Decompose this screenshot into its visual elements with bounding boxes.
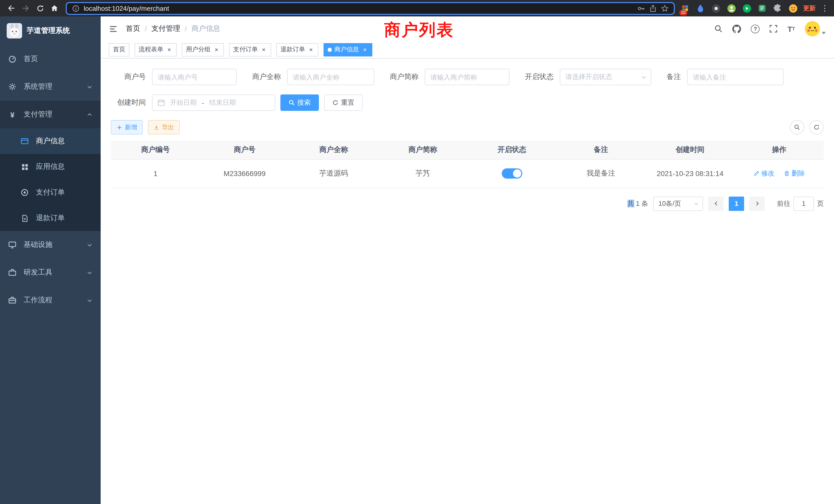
close-icon[interactable]: × [260,46,267,53]
chrome-menu-icon[interactable]: ⋮ [820,4,830,13]
cell-short-name: 芋艿 [378,159,467,188]
refresh-table-button[interactable] [809,120,824,135]
extension-face-icon[interactable] [787,2,799,14]
close-icon[interactable]: × [213,46,220,53]
reload-icon[interactable] [33,1,47,16]
prev-page-button[interactable] [708,196,724,211]
chevron-down-icon [87,242,92,248]
column-header: 商户编号 [111,141,200,159]
monitor-icon [8,241,17,249]
password-key-icon[interactable] [637,4,645,12]
create-time-label: 创建时间 [111,98,146,107]
sidebar-item-home[interactable]: 首页 [0,45,101,73]
sidebar-item-refund-order[interactable]: 退款订单 [0,205,101,231]
table-row: 1 M233666999 芋道源码 芋艿 我是备注 2021-10-23 08:… [111,159,824,188]
tab-refund-order[interactable]: 退款订单 × [276,43,319,56]
sidebar-item-workflow[interactable]: 工作流程 [0,287,101,314]
sidebar-item-payment[interactable]: ¥ 支付管理 [0,100,101,128]
search-button[interactable]: 搜索 [280,94,319,111]
forward-icon[interactable] [19,1,33,16]
goto-prefix: 前往 [777,199,790,208]
extension-notes-icon[interactable] [756,2,768,14]
site-info-icon[interactable] [72,4,80,12]
merchant-no-input[interactable] [152,69,237,85]
close-icon[interactable]: × [361,46,368,53]
create-time-range-picker[interactable]: 开始日期 - 结束日期 [152,94,275,111]
payment-submenu: 商户信息 应用信息 支付订单 [0,128,101,231]
avatar[interactable] [805,21,820,37]
fullscreen-icon[interactable] [770,25,778,33]
page-content: 商户号 商户全称 商户简称 开启状态 请选择开启状态 [101,59,834,504]
sidebar-item-infrastructure[interactable]: 基础设施 [0,231,101,259]
logo-image [7,23,22,39]
header-search-icon[interactable] [715,25,723,33]
page-number-button[interactable]: 1 [729,196,744,211]
home-icon[interactable] [47,1,62,16]
font-size-icon[interactable]: TT [788,25,795,32]
status-select-placeholder: 请选择开启状态 [565,72,612,82]
annotation-text: 商户列表 [384,19,454,42]
delete-button[interactable]: 删除 [784,169,805,178]
cell-create-time: 2021-10-23 08:31:14 [645,159,734,188]
export-button[interactable]: 导出 [148,120,180,135]
extensions-area: 10 [679,2,799,14]
extension-green-icon[interactable] [741,2,753,14]
full-name-input[interactable] [287,69,374,85]
share-icon[interactable] [649,4,657,12]
sidebar-item-app-info[interactable]: 应用信息 [0,154,101,180]
toggle-search-button[interactable] [790,120,804,135]
chevron-down-icon [87,84,92,90]
breadcrumb-home[interactable]: 首页 [126,24,140,33]
tab-user-group[interactable]: 用户分组 × [182,43,224,56]
tab-label: 用户分组 [186,45,211,54]
chevron-down-icon [87,297,92,303]
page-size-select[interactable]: 10条/页 [653,196,703,211]
remark-input[interactable] [687,69,784,85]
card-icon [21,137,29,145]
sidebar-item-pay-order[interactable]: 支付订单 [0,180,101,205]
help-icon[interactable]: ? [751,24,760,33]
caret-down-icon [822,32,826,35]
grid-icon [21,163,29,171]
chevron-down-icon [87,270,92,275]
status-select[interactable]: 请选择开启状态 [560,69,651,85]
extension-drop-icon[interactable] [694,2,707,14]
browser-toolbar: localhost:1024/pay/merchant 10 [0,0,834,17]
column-header: 商户全称 [289,141,378,159]
close-icon[interactable]: × [166,46,173,53]
reset-button[interactable]: 重置 [324,94,363,111]
hamburger-icon[interactable] [109,24,117,33]
status-toggle[interactable] [502,168,522,179]
date-end-placeholder: 结束日期 [209,98,236,107]
extension-dark-icon[interactable] [710,2,722,14]
user-menu[interactable] [805,21,826,37]
bookmark-star-icon[interactable] [661,4,668,12]
tab-flow-form[interactable]: 流程表单 × [135,43,177,56]
sidebar-item-system[interactable]: 系统管理 [0,73,101,100]
short-name-input[interactable] [425,69,509,85]
chrome-update-button[interactable]: 更新 [799,4,820,13]
extension-puzzle-icon[interactable] [771,2,784,14]
sidebar-item-devtools[interactable]: 研发工具 [0,259,101,287]
briefcase-icon [8,296,17,304]
app-logo[interactable]: 芋道管理系统 [0,17,101,45]
back-icon[interactable] [4,1,19,16]
next-page-button[interactable] [749,196,765,211]
url-bar[interactable]: localhost:1024/pay/merchant [66,2,675,15]
cell-id: 1 [111,159,200,188]
tab-merchant-info[interactable]: 商户信息 × [324,43,372,56]
extension-avatar-icon[interactable] [725,2,738,14]
sidebar-item-merchant-info[interactable]: 商户信息 [0,128,101,154]
close-icon[interactable]: × [308,46,314,53]
add-button[interactable]: 新增 [111,120,143,135]
tab-home[interactable]: 首页 [109,43,129,56]
goto-page-input[interactable] [793,196,814,211]
tab-pay-order[interactable]: 支付订单 × [229,43,271,56]
extension-dots-icon[interactable]: 10 [679,2,691,14]
edit-button[interactable]: 修改 [754,169,775,178]
github-icon[interactable] [732,24,741,33]
total-text: 共 1 条 [627,199,648,208]
url-text[interactable]: localhost:1024/pay/merchant [84,4,169,12]
breadcrumb-section[interactable]: 支付管理 [152,24,180,33]
remark-label: 备注 [666,72,681,82]
